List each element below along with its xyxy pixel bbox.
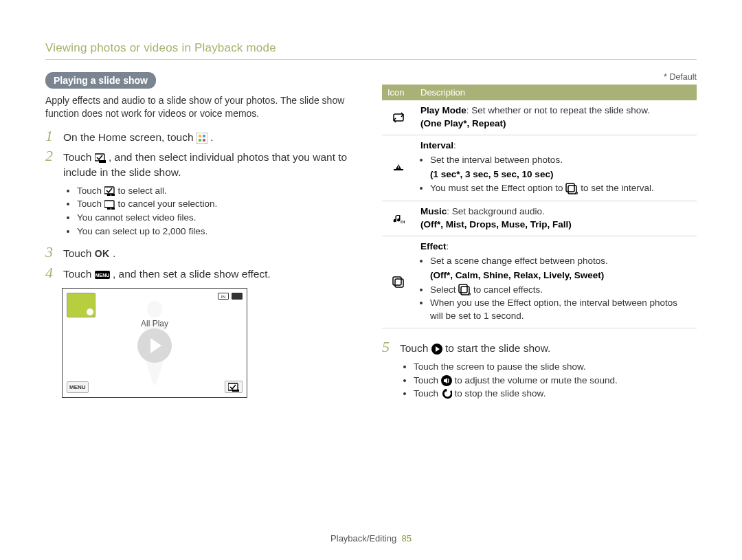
svg-point-26 xyxy=(147,301,162,317)
table-row: Play Mode: Set whether or not to repeat … xyxy=(382,100,697,135)
effect-off-icon xyxy=(458,284,471,296)
step-5-num: 5 xyxy=(382,339,394,355)
thumbnail-icon[interactable] xyxy=(67,293,95,317)
step-1-num: 1 xyxy=(45,128,58,144)
step-2-bullets: Touch to select all. Touch to cancel you… xyxy=(66,184,360,238)
table-row: Music: Set background audio. (Off*, Mist… xyxy=(382,201,697,236)
select-all-icon xyxy=(104,186,115,197)
footer-section: Playback/Editing xyxy=(330,533,396,544)
default-note: * Default xyxy=(382,72,697,82)
list-item: Touch to cancel your selection. xyxy=(77,197,360,211)
th-icon: Icon xyxy=(382,85,415,100)
list-item: Select to cancel effects. xyxy=(430,284,691,297)
music-options: (Off*, Mist, Drops, Muse, Trip, Fall) xyxy=(420,219,572,229)
section-pill: Playing a slide show xyxy=(45,72,156,89)
list-item: When you use the Effect option, the inte… xyxy=(430,297,691,323)
page-header: Viewing photos or videos in Playback mod… xyxy=(45,41,697,55)
step-4-pre: Touch xyxy=(63,268,95,280)
step-2-post: , and then select individual photos that… xyxy=(63,151,347,178)
step-5 bullets: Touch the screen to pause the slide show… xyxy=(403,360,697,401)
intro-text: Apply effects and audio to a slide show … xyxy=(45,94,360,120)
list-item: You must set the Effect option to to set… xyxy=(430,182,691,195)
effect-options: (Off*, Calm, Shine, Relax, Lively, Sweet… xyxy=(430,270,604,280)
interval-options: (1 sec*, 3 sec, 5 sec, 10 sec) xyxy=(430,169,553,179)
music-label: Music xyxy=(420,206,447,216)
list-item: You cannot select video files. xyxy=(77,211,360,225)
step-1-pre: On the Home screen, touch xyxy=(63,131,196,143)
list-item: Touch to stop the slide show. xyxy=(414,387,697,401)
step-4-post: , and then set a slide show effect. xyxy=(113,268,271,280)
music-icon xyxy=(392,213,405,224)
menu-button[interactable]: MENU xyxy=(67,381,89,393)
ok-icon: OK xyxy=(95,248,110,259)
playmode-options: (One Play*, Repeat) xyxy=(420,118,506,128)
right-column: * Default Icon Description Play Mode: Se… xyxy=(382,72,697,407)
repeat-icon xyxy=(393,112,404,123)
step-5-post: to start the slide show. xyxy=(445,342,550,354)
playmode-label: Play Mode xyxy=(420,105,466,115)
left-column: Playing a slide show Apply effects and a… xyxy=(45,72,360,407)
step-5: 5 Touch to start the slide show. xyxy=(382,339,697,356)
indicator-in-icon: IN xyxy=(218,293,229,300)
step-2-pre: Touch xyxy=(63,151,95,163)
effect-off-icon xyxy=(565,183,578,195)
effect-label: Effect xyxy=(420,241,447,251)
camera-screenshot: IN All Play MENU xyxy=(62,288,247,398)
interval-label: Interval xyxy=(420,140,453,150)
table-row: Interval: Set the interval between photo… xyxy=(382,135,697,201)
step-1: 1 On the Home screen, touch . xyxy=(45,128,360,145)
list-item: Touch to adjust the volume or mute the s… xyxy=(414,374,697,388)
step-5-pre: Touch xyxy=(400,342,431,354)
table-row: Effect: Set a scene change effect betwee… xyxy=(382,236,697,328)
interval-icon xyxy=(393,163,404,174)
home-icon xyxy=(196,133,207,144)
list-item: Set a scene change effect between photos… xyxy=(430,255,691,268)
page-number: 85 xyxy=(401,533,411,544)
options-table: Icon Description Play Mode: Set whether … xyxy=(382,85,697,328)
select-icon xyxy=(95,153,106,164)
step-2: 2 Touch , and then select individual pho… xyxy=(45,148,360,179)
th-desc: Description xyxy=(415,85,697,100)
list-item: Touch the screen to pause the slide show… xyxy=(414,360,697,374)
menu-icon xyxy=(95,271,110,279)
battery-icon xyxy=(232,293,243,300)
header-rule xyxy=(45,59,697,60)
list-item: Set the interval between photos. xyxy=(430,154,691,167)
page-footer: Playback/Editing 85 xyxy=(0,533,742,544)
step-3-num: 3 xyxy=(45,245,58,260)
step-2-num: 2 xyxy=(45,148,58,164)
step-4-num: 4 xyxy=(45,265,58,280)
step-3-post: . xyxy=(113,247,115,259)
step-3-pre: Touch xyxy=(63,247,95,259)
step-4: 4 Touch , and then set a slide show effe… xyxy=(45,265,360,282)
step-3: 3 Touch OK . xyxy=(45,245,360,261)
list-item: You can select up to 2,000 files. xyxy=(77,225,360,238)
select-toggle-button[interactable] xyxy=(225,381,243,393)
deselect-icon xyxy=(104,199,115,210)
volume-icon xyxy=(441,375,452,386)
effect-icon xyxy=(392,276,405,289)
step-1-post: . xyxy=(210,131,213,143)
back-icon xyxy=(441,389,452,400)
list-item: Touch to select all. xyxy=(77,184,360,198)
play-button[interactable] xyxy=(137,328,172,363)
play-icon xyxy=(431,344,442,355)
all-play-label: All Play xyxy=(63,319,247,328)
